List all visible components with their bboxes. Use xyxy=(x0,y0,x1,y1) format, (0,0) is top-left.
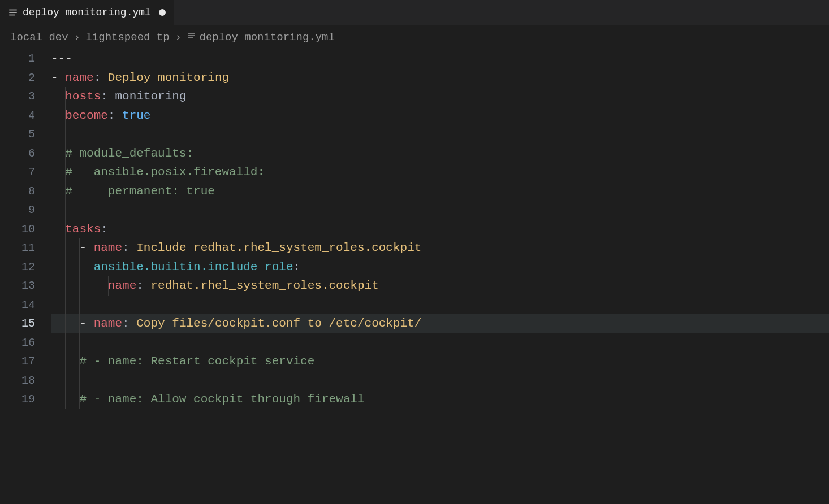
line-number: 15 xyxy=(0,314,35,333)
line-number: 4 xyxy=(0,106,35,125)
line-number: 12 xyxy=(0,258,35,277)
code-token: - xyxy=(51,241,94,254)
code-line[interactable]: name: redhat.rhel_system_roles.cockpit xyxy=(51,276,829,296)
code-token: - xyxy=(51,317,94,330)
code-line[interactable]: # - name: Restart cockpit service xyxy=(51,352,829,371)
indent-guide xyxy=(79,258,80,277)
code-line[interactable] xyxy=(51,371,829,390)
line-number: 5 xyxy=(0,125,35,144)
code-token: name xyxy=(94,317,122,330)
code-line[interactable]: --- xyxy=(51,49,829,68)
indent-guide xyxy=(79,390,80,409)
code-line[interactable]: # permanent: true xyxy=(51,182,829,201)
line-number: 14 xyxy=(0,296,35,315)
code-line[interactable] xyxy=(51,125,829,144)
dirty-indicator-icon[interactable] xyxy=(159,9,166,16)
code-token xyxy=(51,260,94,273)
code-editor[interactable]: 12345678910111213141516171819 ---- name:… xyxy=(0,49,829,409)
line-number: 17 xyxy=(0,352,35,371)
indent-guide xyxy=(79,333,80,353)
code-token: ansible.builtin.include_role xyxy=(94,260,293,273)
indent-guide xyxy=(79,296,80,315)
code-line[interactable]: hosts: monitoring xyxy=(51,87,829,106)
code-token: name xyxy=(65,71,93,84)
code-token xyxy=(51,90,65,103)
chevron-right-icon: › xyxy=(175,32,182,43)
tab-label: deploy_monitoring.yml xyxy=(23,7,151,18)
line-number: 13 xyxy=(0,276,35,296)
chevron-right-icon: › xyxy=(74,32,80,43)
breadcrumb-label: deploy_monitoring.yml xyxy=(199,31,334,44)
file-icon xyxy=(8,7,18,18)
code-token xyxy=(51,223,65,236)
line-number: 19 xyxy=(0,390,35,409)
line-number: 1 xyxy=(0,49,35,68)
code-area[interactable]: ---- name: Deploy monitoring hosts: moni… xyxy=(51,49,829,409)
code-token: Include redhat.rhel_system_roles.cockpit xyxy=(136,241,421,254)
indent-guide xyxy=(79,276,80,296)
code-line[interactable] xyxy=(51,201,829,220)
code-token: name xyxy=(108,279,136,292)
breadcrumb-item[interactable]: lightspeed_tp xyxy=(85,31,169,44)
indent-guide xyxy=(65,238,66,258)
code-token: Copy files/cockpit.conf to /etc/cockpit/ xyxy=(136,317,421,330)
indent-guide xyxy=(65,144,66,163)
line-number: 9 xyxy=(0,201,35,220)
code-line[interactable] xyxy=(51,296,829,315)
tab-file[interactable]: deploy_monitoring.yml xyxy=(0,0,174,25)
code-line[interactable]: become: true xyxy=(51,106,829,125)
line-number: 8 xyxy=(0,182,35,201)
code-line[interactable]: - name: Include redhat.rhel_system_roles… xyxy=(51,238,829,258)
code-line[interactable]: - name: Deploy monitoring xyxy=(51,68,829,88)
code-token: monitoring xyxy=(115,90,186,103)
code-token: redhat.rhel_system_roles.cockpit xyxy=(150,279,378,292)
indent-guide xyxy=(65,371,66,390)
breadcrumb: local_dev › lightspeed_tp › deploy_monit… xyxy=(0,25,829,49)
code-line[interactable]: # module_defaults: xyxy=(51,144,829,163)
code-token: : xyxy=(293,260,300,273)
code-line[interactable]: # - name: Allow cockpit through firewall xyxy=(51,390,829,409)
indent-guide xyxy=(94,276,94,296)
indent-guide xyxy=(94,258,94,277)
line-number: 10 xyxy=(0,220,35,239)
code-token: true xyxy=(122,109,150,122)
line-number: 18 xyxy=(0,371,35,390)
code-token: : xyxy=(122,317,136,330)
line-number: 6 xyxy=(0,144,35,163)
indent-guide xyxy=(108,276,109,296)
code-line[interactable] xyxy=(51,333,829,353)
code-token: Deploy monitoring xyxy=(108,71,229,84)
code-token: --- xyxy=(51,52,72,65)
indent-guide xyxy=(65,352,66,371)
indent-guide xyxy=(79,371,80,390)
code-token: # module_defaults: xyxy=(65,147,193,160)
indent-guide xyxy=(79,352,80,371)
breadcrumb-item[interactable]: deploy_monitoring.yml xyxy=(187,31,334,44)
indent-guide xyxy=(79,238,80,258)
code-token: - xyxy=(51,71,65,84)
line-number: 11 xyxy=(0,238,35,258)
code-token: : xyxy=(94,71,108,84)
code-line[interactable]: - name: Copy files/cockpit.conf to /etc/… xyxy=(51,314,829,333)
code-token: # permanent: true xyxy=(65,185,215,198)
code-token xyxy=(51,166,65,179)
code-token xyxy=(51,185,65,198)
code-token: become xyxy=(65,109,108,122)
code-line[interactable]: # ansible.posix.firewalld: xyxy=(51,163,829,182)
code-line[interactable]: tasks: xyxy=(51,220,829,239)
line-number: 2 xyxy=(0,68,35,88)
line-number: 16 xyxy=(0,333,35,353)
breadcrumb-item[interactable]: local_dev xyxy=(10,31,68,44)
code-token xyxy=(51,109,65,122)
line-number: 7 xyxy=(0,163,35,182)
code-token: tasks xyxy=(65,223,101,236)
file-icon xyxy=(187,31,197,41)
line-number: 3 xyxy=(0,87,35,106)
indent-guide xyxy=(65,390,66,409)
code-token: # - name: Restart cockpit service xyxy=(79,355,314,368)
indent-guide xyxy=(65,314,66,333)
code-line[interactable]: ansible.builtin.include_role: xyxy=(51,258,829,277)
indent-guide xyxy=(65,258,66,277)
indent-guide xyxy=(65,220,66,239)
code-token: : xyxy=(108,109,122,122)
